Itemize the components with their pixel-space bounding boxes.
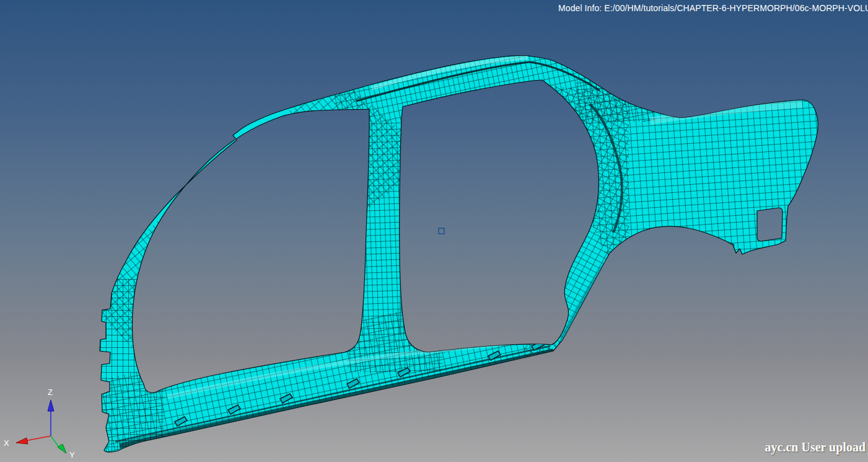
- a-pillar-highlight: [149, 127, 291, 260]
- car-side-frame-mesh[interactable]: [74, 50, 830, 462]
- x-axis-arrow: [16, 438, 28, 444]
- c-pillar-wheel-arch-mesh: [524, 84, 629, 372]
- x-axis-line: [25, 436, 51, 441]
- model-info-text: Model Info: E:/00/HM/tutorials/CHAPTER-6…: [558, 3, 868, 13]
- quarter-bottom-shadow: [620, 236, 734, 251]
- x-axis-label: X: [4, 438, 9, 448]
- watermark-text: ayc.cn User upload: [765, 440, 866, 455]
- y-axis-label: Y: [69, 450, 75, 460]
- viewport[interactable]: Z X Y Model Info: E:/00/HM/tutorials/CHA…: [0, 0, 868, 462]
- z-axis-arrow: [48, 400, 54, 411]
- z-axis-label: Z: [48, 388, 53, 397]
- model-canvas[interactable]: Z X Y: [0, 0, 868, 462]
- hinge-pillar-shade: [137, 291, 144, 369]
- axis-triad: Z X Y: [4, 388, 75, 460]
- front-hinge-pillar-mesh: [85, 279, 164, 462]
- rotation-center-marker: [439, 228, 444, 234]
- y-axis-arrow: [58, 444, 66, 453]
- mesh-grid-overlay: [74, 50, 830, 462]
